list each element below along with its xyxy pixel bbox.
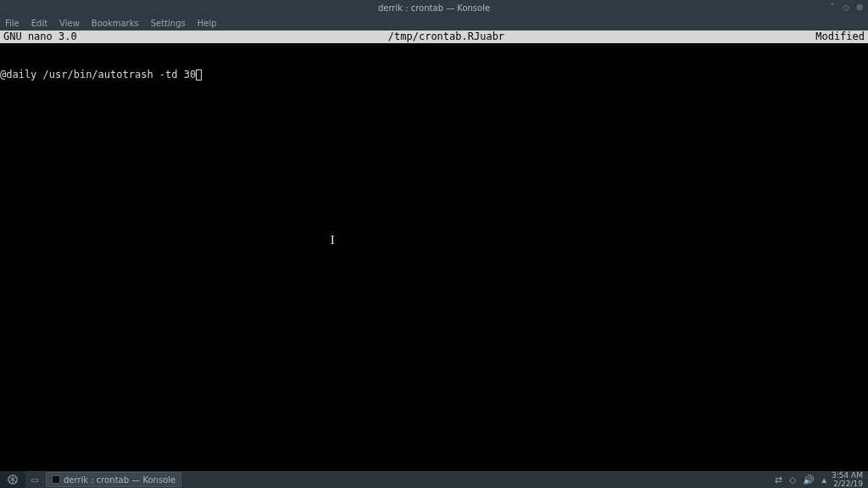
wifi-icon[interactable]: ◇ xyxy=(789,474,796,485)
editor-line-1: @daily /usr/bin/autotrash -td 30 xyxy=(0,69,196,80)
tray-chevron-icon[interactable]: ▴ xyxy=(821,474,826,485)
text-cursor xyxy=(196,69,202,80)
menu-file[interactable]: File xyxy=(5,19,19,28)
clock[interactable]: 3:54 AM 2/22/19 xyxy=(832,471,868,488)
show-desktop-button[interactable]: ▭ xyxy=(27,472,42,487)
menu-edit[interactable]: Edit xyxy=(31,19,47,28)
maximize-icon[interactable]: ◇ xyxy=(841,2,851,12)
terminal[interactable]: GNU nano 3.0 /tmp/crontab.RJuabr Modifie… xyxy=(0,30,868,471)
kde-logo-icon xyxy=(7,474,19,485)
nano-filename: /tmp/crontab.RJuabr xyxy=(77,30,816,43)
menu-view[interactable]: View xyxy=(59,19,80,28)
close-icon[interactable]: ⊗ xyxy=(854,2,865,12)
start-button[interactable] xyxy=(0,471,25,488)
nano-status: Modified xyxy=(815,30,868,43)
clock-time: 3:54 AM xyxy=(832,471,863,480)
nano-footer: ^GGet Help^OWrite Out^WWhere Is^KCut Tex… xyxy=(0,446,868,471)
taskbar: ▭ derrik : crontab — Konsole ⇄ ◇ 🔊 ▴ 3:5… xyxy=(0,471,868,488)
window-titlebar: derrik : crontab — Konsole ˅ ◇ ⊗ xyxy=(0,0,868,15)
editor-content[interactable]: @daily /usr/bin/autotrash -td 30 xyxy=(0,43,868,107)
taskbar-item-label: derrik : crontab — Konsole xyxy=(64,475,175,485)
tray-icon-1[interactable]: ⇄ xyxy=(775,474,782,485)
system-tray: ⇄ ◇ 🔊 ▴ xyxy=(775,474,832,485)
menu-help[interactable]: Help xyxy=(198,19,217,28)
minimize-icon[interactable]: ˅ xyxy=(827,2,837,12)
taskbar-item-konsole[interactable]: derrik : crontab — Konsole xyxy=(46,472,181,487)
clock-date: 2/22/19 xyxy=(832,480,863,488)
menu-bookmarks[interactable]: Bookmarks xyxy=(92,19,139,28)
konsole-icon xyxy=(52,475,60,484)
nano-header: GNU nano 3.0 /tmp/crontab.RJuabr Modifie… xyxy=(0,30,868,43)
app-menubar: File Edit View Bookmarks Settings Help xyxy=(0,15,868,30)
mouse-ibeam-cursor: I xyxy=(331,234,335,247)
nano-version: GNU nano 3.0 xyxy=(0,30,77,43)
window-title: derrik : crontab — Konsole xyxy=(378,3,490,13)
menu-settings[interactable]: Settings xyxy=(151,19,186,28)
volume-icon[interactable]: 🔊 xyxy=(803,474,815,485)
